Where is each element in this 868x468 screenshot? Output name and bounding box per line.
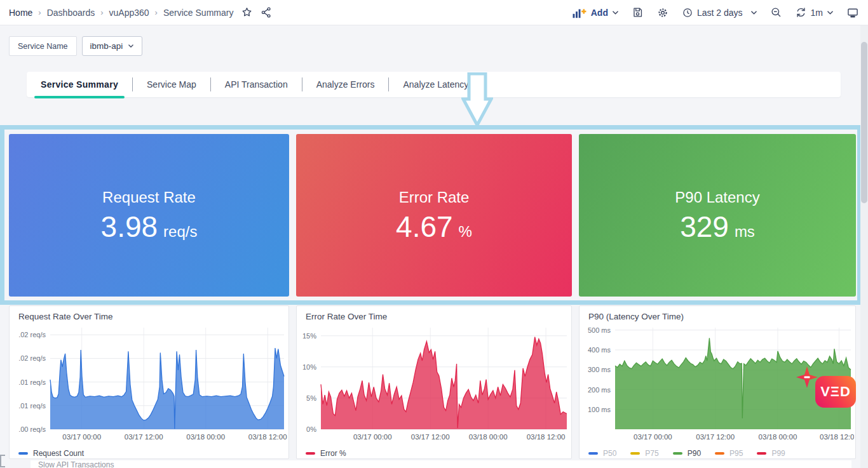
svg-text:500 ms: 500 ms (588, 326, 611, 334)
svg-text:03/18 00:00: 03/18 00:00 (469, 433, 508, 441)
legend-color-dash (757, 452, 766, 455)
legend-color-dash (673, 452, 682, 455)
next-panel-partial: Slow API Transactions (31, 460, 851, 468)
legend-color-dash (630, 452, 640, 455)
page-scrollbar-track[interactable] (860, 25, 868, 468)
svg-text:.02 req/s: .02 req/s (18, 354, 46, 362)
legend-item-p75[interactable]: P75 (630, 449, 658, 458)
svg-text:03/18 00:00: 03/18 00:00 (186, 433, 225, 441)
legend-item-p50[interactable]: P50 (588, 449, 616, 458)
svg-text:300 ms: 300 ms (588, 366, 611, 373)
legend-item-p99[interactable]: P99 (757, 449, 785, 458)
breadcrumb-vuapp360[interactable]: vuApp360 (109, 8, 149, 18)
svg-text:03/18 12:00: 03/18 12:00 (527, 433, 566, 441)
gear-icon (656, 6, 669, 19)
chevron-down-icon (128, 44, 134, 48)
legend-color-dash (715, 452, 724, 455)
breadcrumb-dashboards[interactable]: Dashboards (47, 8, 95, 18)
svg-text:5%: 5% (306, 394, 316, 402)
share-icon[interactable] (261, 6, 273, 18)
legend-color-dash (18, 452, 28, 455)
stat-unit: % (459, 223, 472, 241)
breadcrumb-separator: › (155, 8, 158, 17)
svg-text:03/17 12:00: 03/17 12:00 (125, 433, 163, 441)
refresh-interval-label: 1m (811, 8, 823, 18)
svg-text:.01 req/s: .01 req/s (18, 402, 46, 410)
dashboard-tabs: Service Summary Service Map API Transact… (27, 72, 841, 97)
ved-logo: VΞD (815, 376, 856, 408)
page-scrollbar-thumb[interactable] (861, 42, 867, 203)
refresh-button[interactable]: 1m (795, 6, 834, 18)
legend-item-error-[interactable]: Error % (306, 449, 346, 458)
active-tab-underline (34, 96, 125, 98)
p90-latency-chart[interactable]: 500 ms400 ms300 ms200 ms100 ms03/17 00:0… (582, 321, 854, 443)
legend-color-dash (588, 452, 598, 455)
breadcrumb-home[interactable]: Home (9, 8, 32, 18)
next-panel-title[interactable]: Slow API Transactions (31, 460, 851, 468)
svg-text:03/18 00:00: 03/18 00:00 (759, 433, 797, 441)
svg-text:0%: 0% (306, 425, 316, 433)
chevron-down-icon (827, 10, 834, 15)
svg-text:03/18 12:00: 03/18 12:00 (820, 433, 854, 441)
service-name-dropdown[interactable]: ibmb-api (82, 36, 143, 56)
stat-unit: ms (735, 223, 755, 241)
breadcrumb-separator: › (100, 8, 103, 17)
tv-mode-button[interactable] (846, 6, 859, 19)
panel-title[interactable]: P90 (Latency Over Time) (580, 306, 855, 321)
stat-panel-request-rate: Request Rate 3.98req/s (9, 134, 289, 297)
svg-text:03/17 12:00: 03/17 12:00 (411, 433, 450, 441)
svg-text:.00 req/s: .00 req/s (18, 425, 46, 433)
add-label: Add (591, 8, 608, 18)
stat-title: Error Rate (399, 189, 470, 206)
legend-item-p90[interactable]: P90 (673, 449, 701, 458)
chart-legend: P50P75P90P95P99 (580, 446, 855, 458)
tab-service-map[interactable]: Service Map (133, 72, 210, 97)
tab-service-summary[interactable]: Service Summary (27, 72, 132, 97)
tab-analyze-latency[interactable]: Analyze Latency (389, 72, 482, 97)
tab-api-transaction[interactable]: API Transaction (211, 72, 302, 97)
svg-text:03/17 12:00: 03/17 12:00 (696, 433, 735, 441)
chart-legend: Request Count (10, 446, 288, 458)
svg-text:15%: 15% (302, 332, 316, 340)
zoom-out-icon (770, 6, 782, 18)
legend-item-request-count[interactable]: Request Count (18, 449, 84, 458)
request-rate-chart[interactable]: .02 req/s.02 req/s.01 req/s.01 req/s.00 … (12, 321, 287, 443)
add-panel-button[interactable]: Add (571, 6, 619, 19)
zoom-out-time-button[interactable] (770, 6, 782, 18)
top-header: Home › Dashboards › vuApp360 › Service S… (0, 0, 868, 25)
stat-value: 329 (680, 211, 729, 242)
bar-chart-add-icon (571, 6, 587, 19)
panel-title[interactable]: Error Rate Over Time (297, 306, 571, 321)
variable-filters: Service Name ibmb-api (9, 36, 142, 56)
tab-analyze-errors[interactable]: Analyze Errors (302, 72, 389, 97)
svg-text:200 ms: 200 ms (588, 386, 611, 394)
svg-text:03/17 00:00: 03/17 00:00 (353, 433, 392, 441)
save-dashboard-button[interactable] (632, 6, 644, 18)
svg-text:100 ms: 100 ms (588, 406, 611, 413)
stat-unit: req/s (163, 223, 197, 241)
svg-text:400 ms: 400 ms (588, 346, 611, 354)
error-rate-chart[interactable]: 15%10%5%0%03/17 00:0003/17 12:0003/18 00… (299, 321, 570, 443)
chart-panel-p90-latency: P90 (Latency Over Time) 500 ms400 ms300 … (579, 305, 856, 459)
panel-title[interactable]: Request Rate Over Time (10, 306, 288, 321)
monitor-icon (846, 6, 859, 19)
dashboard-toolbar: Add Last 2 days (571, 6, 859, 19)
chevron-down-icon (750, 10, 757, 15)
service-name-label: Service Name (9, 36, 77, 56)
legend-item-p95[interactable]: P95 (715, 449, 743, 458)
time-range-picker[interactable]: Last 2 days (682, 7, 757, 18)
legend-color-dash (306, 452, 315, 455)
refresh-icon (795, 6, 807, 18)
svg-text:03/18 12:00: 03/18 12:00 (248, 433, 287, 441)
svg-text:.02 req/s: .02 req/s (18, 331, 46, 338)
clock-icon (682, 7, 693, 18)
svg-text:03/17 00:00: 03/17 00:00 (634, 433, 672, 441)
stat-panel-p90-latency: P90 Latency 329ms (579, 134, 856, 297)
chevron-down-icon (612, 10, 619, 15)
star-icon[interactable] (241, 6, 253, 18)
breadcrumb-current-page: Service Summary (163, 8, 233, 18)
panel-edge-bracket (0, 455, 5, 467)
dashboard-settings-button[interactable] (656, 6, 669, 19)
chart-panel-request-rate: Request Rate Over Time .02 req/s.02 req/… (9, 305, 289, 459)
breadcrumb-separator: › (38, 8, 41, 17)
